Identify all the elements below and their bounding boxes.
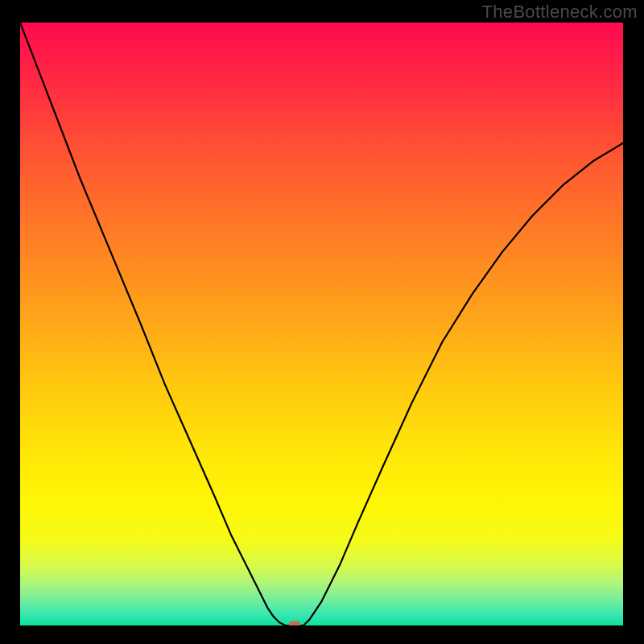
bottleneck-curve [20,23,623,625]
optimum-marker [289,621,300,626]
plot-area [20,23,623,625]
watermark-text: TheBottleneck.com [482,2,638,23]
plot-frame [0,0,644,644]
chart-container: TheBottleneck.com [0,0,644,644]
curve-layer [20,23,623,625]
